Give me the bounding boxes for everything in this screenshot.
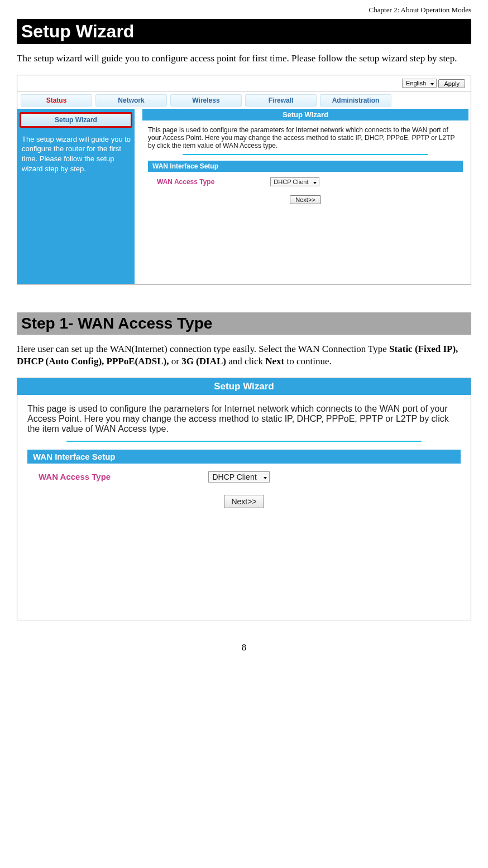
- sidebar-help-text: The setup wizard will guide you to confi…: [17, 132, 135, 178]
- wan-access-type-dropdown-2[interactable]: DHCP Client: [208, 471, 269, 483]
- sidebar: Setup Wizard The setup wizard will guide…: [17, 109, 135, 284]
- screenshot-wizard-panel: Setup Wizard This page is used to config…: [17, 378, 471, 620]
- heading-step1: Step 1- WAN Access Type: [17, 312, 471, 335]
- chapter-header: Chapter 2: About Operation Modes: [17, 6, 471, 15]
- heading-setup-wizard: Setup Wizard: [17, 19, 471, 44]
- divider-2: [66, 441, 422, 442]
- panel-title: Setup Wizard: [142, 109, 468, 120]
- panel-description: This page is used to configure the param…: [148, 126, 463, 150]
- screenshot-full-ui: English Apply Status Network Wireless Fi…: [17, 75, 471, 284]
- tab-firewall[interactable]: Firewall: [245, 94, 317, 107]
- tab-wireless[interactable]: Wireless: [170, 94, 242, 107]
- next-button[interactable]: Next>>: [290, 195, 320, 204]
- apply-button[interactable]: Apply: [438, 79, 465, 88]
- wan-access-type-label-2: WAN Access Type: [39, 472, 206, 481]
- sidebar-setup-wizard-button[interactable]: Setup Wizard: [20, 112, 132, 128]
- page-number: 8: [17, 643, 471, 653]
- language-dropdown[interactable]: English: [402, 79, 437, 88]
- wan-access-type-dropdown[interactable]: DHCP Client: [270, 177, 319, 186]
- tab-administration[interactable]: Administration: [320, 94, 391, 107]
- next-button-2[interactable]: Next>>: [224, 495, 264, 508]
- tab-network[interactable]: Network: [95, 94, 167, 107]
- wan-access-type-label: WAN Access Type: [157, 178, 269, 186]
- step1-paragraph: Here user can set up the WAN(Internet) c…: [17, 343, 471, 368]
- panel-title-2: Setup Wizard: [17, 378, 471, 395]
- wan-interface-setup-bar-2: WAN Interface Setup: [27, 450, 461, 464]
- wan-interface-setup-bar: WAN Interface Setup: [148, 161, 463, 172]
- top-bar: English Apply: [17, 75, 471, 92]
- nav-tabs: Status Network Wireless Firewall Adminis…: [17, 92, 471, 109]
- panel-description-2: This page is used to configure the param…: [27, 404, 461, 434]
- tab-status[interactable]: Status: [21, 94, 92, 107]
- divider: [183, 154, 428, 155]
- intro-paragraph: The setup wizard will guide you to confi…: [17, 52, 471, 65]
